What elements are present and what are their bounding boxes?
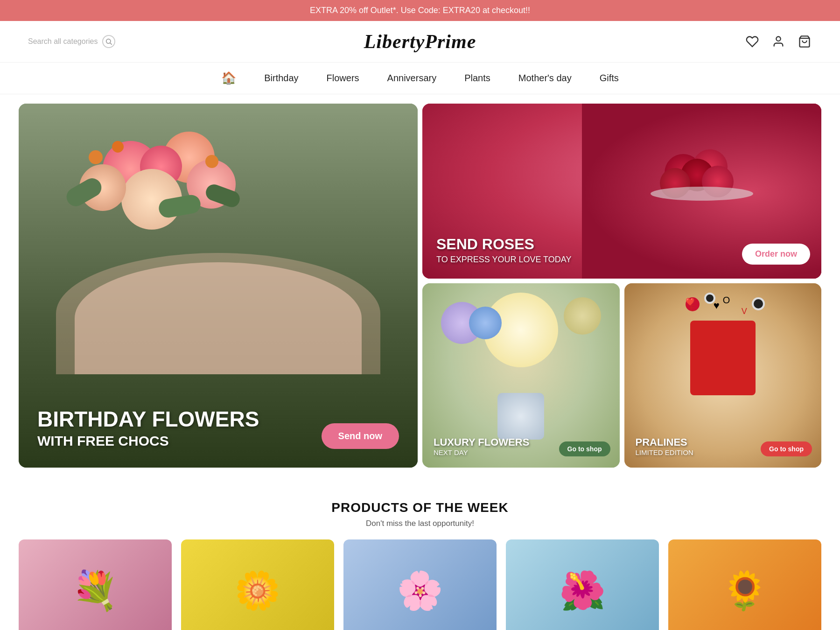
berry-2 xyxy=(112,141,124,153)
product-image-1: 💐 xyxy=(19,539,172,630)
main-nav: 🏠 Birthday Flowers Anniversary Plants Mo… xyxy=(0,63,840,94)
hero-luxury-banner: LUXURY FLOWERS NEXT DAY Go to shop xyxy=(422,283,620,468)
hero-pralines-banner: ❤️ O V E ♥ PRALINES LIMITED EDITION Go t… xyxy=(624,283,822,468)
hero-pralines-content: PRALINES LIMITED EDITION xyxy=(636,436,693,456)
rose-base xyxy=(651,187,753,201)
cart-icon xyxy=(798,35,811,48)
berry-1 xyxy=(89,150,103,164)
letter-v: V xyxy=(742,307,747,316)
product-card-3[interactable]: 🌸 xyxy=(343,539,497,630)
hero-right-column: SEND ROSES TO EXPRESS YOUR LOVE TODAY Or… xyxy=(422,104,821,468)
hero-luxury-content: LUXURY FLOWERS NEXT DAY xyxy=(434,436,529,456)
luxury-art xyxy=(422,283,620,430)
product-image-5: 🌻 xyxy=(668,539,821,630)
account-button[interactable] xyxy=(771,34,786,49)
hero-pralines-button[interactable]: Go to shop xyxy=(761,441,812,456)
hero-main-button[interactable]: Send now xyxy=(322,423,399,449)
lux-flower-right xyxy=(564,297,601,335)
header-icons xyxy=(672,34,812,49)
heart-float: ♥ xyxy=(714,300,720,312)
hero-luxury-button[interactable]: Go to shop xyxy=(559,441,610,456)
hero-main-subtitle: WITH FREE CHOCS xyxy=(37,433,259,449)
search-label: Search all categories xyxy=(28,37,98,46)
cart-button[interactable] xyxy=(797,34,812,49)
letter-o: O xyxy=(723,295,730,306)
products-subtitle: Don't miss the last opportunity! xyxy=(19,519,821,528)
product-card-4[interactable]: 🌺 xyxy=(506,539,659,630)
nav-item-gifts[interactable]: Gifts xyxy=(600,73,619,84)
red-box xyxy=(690,321,756,395)
heart-icon xyxy=(746,35,759,48)
svg-point-2 xyxy=(776,37,780,41)
hero-main-banner: BIRTHDAY FLOWERS WITH FREE CHOCS Send no… xyxy=(19,104,418,468)
hero-roses-content: SEND ROSES TO EXPRESS YOUR LOVE TODAY xyxy=(436,236,571,265)
product-card-2[interactable]: 🌼 xyxy=(181,539,334,630)
site-header: Search all categories LibertyPrime xyxy=(0,21,840,63)
hero-main-content: BIRTHDAY FLOWERS WITH FREE CHOCS xyxy=(37,407,259,449)
wrap-fg xyxy=(75,262,362,374)
promo-text: EXTRA 20% off Outlet*. Use Code: EXTRA20… xyxy=(310,6,530,15)
product-card-5[interactable]: 🌻 xyxy=(668,539,821,630)
blue-flower xyxy=(469,307,502,339)
nav-item-flowers[interactable]: Flowers xyxy=(327,73,359,84)
hero-pralines-title: PRALINES xyxy=(636,436,693,448)
hero-roses-button[interactable]: Order now xyxy=(742,244,810,265)
product-card-1[interactable]: 💐 xyxy=(19,539,172,630)
search-button[interactable] xyxy=(102,35,115,48)
products-section: PRODUCTS OF THE WEEK Don't miss the last… xyxy=(0,482,840,630)
nav-item-anniversary[interactable]: Anniversary xyxy=(387,73,437,84)
hero-luxury-subtitle: NEXT DAY xyxy=(434,448,529,456)
wishlist-button[interactable] xyxy=(745,34,760,49)
nav-item-mothers-day[interactable]: Mother's day xyxy=(518,73,572,84)
letter-e: E xyxy=(690,304,695,313)
hero-pralines-subtitle: LIMITED EDITION xyxy=(636,448,693,456)
svg-line-1 xyxy=(110,43,112,45)
nav-item-plants[interactable]: Plants xyxy=(464,73,490,84)
user-icon xyxy=(772,35,785,48)
hero-bottom-row: LUXURY FLOWERS NEXT DAY Go to shop ❤️ O xyxy=(422,283,821,468)
hero-main-title: BIRTHDAY FLOWERS xyxy=(37,407,259,431)
vase xyxy=(497,393,544,440)
ring-2 xyxy=(752,297,765,310)
hero-section: BIRTHDAY FLOWERS WITH FREE CHOCS Send no… xyxy=(0,94,840,482)
site-logo[interactable]: LibertyPrime xyxy=(364,30,476,53)
pralines-art: ❤️ O V E ♥ xyxy=(676,293,770,395)
hero-roses-subtitle: TO EXPRESS YOUR LOVE TODAY xyxy=(436,255,571,265)
products-title: PRODUCTS OF THE WEEK xyxy=(19,500,821,515)
promo-banner: EXTRA 20% off Outlet*. Use Code: EXTRA20… xyxy=(0,0,840,21)
berry-3 xyxy=(205,155,218,168)
product-image-2: 🌼 xyxy=(181,539,334,630)
rose-bouquet xyxy=(655,145,749,238)
svg-point-0 xyxy=(106,39,111,43)
hero-luxury-title: LUXURY FLOWERS xyxy=(434,436,529,448)
hero-roses-title: SEND ROSES xyxy=(436,236,571,253)
product-image-4: 🌺 xyxy=(506,539,659,630)
bouquet-art xyxy=(19,104,418,374)
nav-home-icon[interactable]: 🏠 xyxy=(221,71,236,85)
product-image-3: 🌸 xyxy=(343,539,497,630)
search-area: Search all categories xyxy=(28,35,168,48)
search-icon xyxy=(105,38,112,45)
hero-roses-banner: SEND ROSES TO EXPRESS YOUR LOVE TODAY Or… xyxy=(422,104,821,279)
products-grid: 💐 🌼 🌸 🌺 🌻 xyxy=(19,539,821,630)
nav-item-birthday[interactable]: Birthday xyxy=(264,73,298,84)
